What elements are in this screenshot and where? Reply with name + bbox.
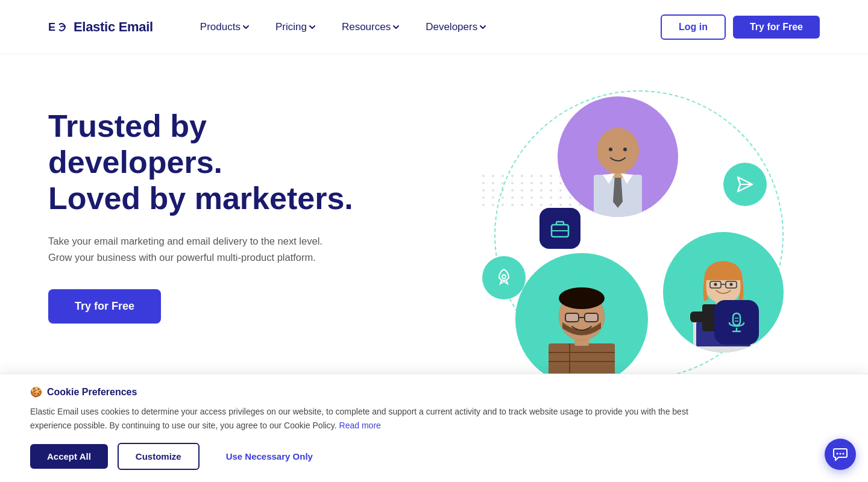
cookie-emoji: 🍪 (30, 386, 42, 398)
send-icon-circle (723, 163, 767, 206)
login-button[interactable]: Log in (661, 14, 726, 40)
nav-item-resources[interactable]: Resources (331, 16, 410, 38)
briefcase-icon (549, 218, 571, 239)
cookie-body-text: Elastic Email uses cookies to determine … (30, 405, 693, 432)
send-icon (734, 174, 756, 195)
chat-button[interactable] (825, 439, 856, 470)
chat-icon (832, 446, 848, 462)
svg-point-41 (837, 453, 838, 455)
svg-point-11 (502, 275, 506, 278)
necessary-only-button[interactable]: Use Necessary Only (209, 444, 330, 469)
svg-point-6 (623, 148, 627, 151)
navbar: E Elastic Email Products Pricing Resourc… (0, 0, 868, 54)
svg-point-35 (730, 283, 733, 286)
nav-developers-label: Developers (426, 21, 477, 33)
nav-item-products[interactable]: Products (189, 16, 260, 38)
svg-point-43 (843, 453, 844, 455)
logo-text: Elastic Email (74, 19, 153, 35)
mic-icon (725, 311, 748, 334)
svg-rect-21 (565, 313, 579, 322)
svg-rect-22 (585, 313, 598, 322)
person-circle-bottom-left (515, 253, 648, 386)
logo-icon: E (48, 20, 70, 34)
hero-title-line2: Loved by marketers. (48, 181, 353, 216)
person-circle-top (558, 96, 678, 217)
accept-all-button[interactable]: Accept All (30, 444, 108, 469)
cookie-read-more-link[interactable]: Read more (339, 421, 381, 430)
briefcase-icon-card (539, 208, 580, 249)
svg-text:E: E (48, 21, 55, 33)
nav-products-label: Products (200, 21, 241, 33)
hero-section: Trusted by developers. Loved by marketer… (0, 54, 868, 398)
cookie-header: 🍪 Cookie Preferences (30, 386, 838, 398)
cookie-actions: Accept All Customize Use Necessary Only (30, 443, 838, 470)
svg-rect-36 (733, 313, 740, 325)
illustration (446, 78, 832, 392)
svg-point-4 (597, 128, 639, 174)
try-free-nav-button[interactable]: Try for Free (733, 16, 820, 39)
logo[interactable]: E Elastic Email (48, 19, 153, 35)
rocket-icon-circle (482, 256, 526, 299)
chevron-down-icon (393, 25, 399, 29)
svg-rect-27 (690, 311, 708, 322)
nav-actions: Log in Try for Free (661, 14, 820, 40)
hero-illustration (362, 90, 820, 398)
hero-content: Trusted by developers. Loved by marketer… (48, 90, 362, 324)
rocket-icon (493, 267, 515, 289)
nav-item-pricing[interactable]: Pricing (265, 16, 326, 38)
cookie-title: Cookie Preferences (47, 387, 137, 398)
nav-item-developers[interactable]: Developers (415, 16, 497, 38)
person-svg-1 (558, 96, 678, 217)
svg-point-5 (609, 148, 612, 151)
svg-point-34 (714, 283, 717, 286)
svg-point-42 (840, 453, 841, 455)
chevron-down-icon (309, 25, 315, 29)
person-svg-2 (515, 253, 648, 386)
hero-title-line1: Trusted by developers. (48, 108, 222, 180)
nav-links: Products Pricing Resources Developers (189, 16, 661, 38)
chevron-down-icon (243, 25, 249, 29)
customize-button[interactable]: Customize (118, 443, 200, 470)
nav-resources-label: Resources (342, 21, 391, 33)
hero-title: Trusted by developers. Loved by marketer… (48, 108, 362, 216)
svg-point-20 (559, 287, 605, 309)
cookie-banner: 🍪 Cookie Preferences Elastic Email uses … (0, 374, 868, 482)
try-free-hero-button[interactable]: Try for Free (48, 289, 161, 324)
chevron-down-icon (480, 25, 486, 29)
hero-description: Take your email marketing and email deli… (48, 233, 326, 265)
mic-icon-card (714, 300, 759, 345)
nav-pricing-label: Pricing (275, 21, 307, 33)
